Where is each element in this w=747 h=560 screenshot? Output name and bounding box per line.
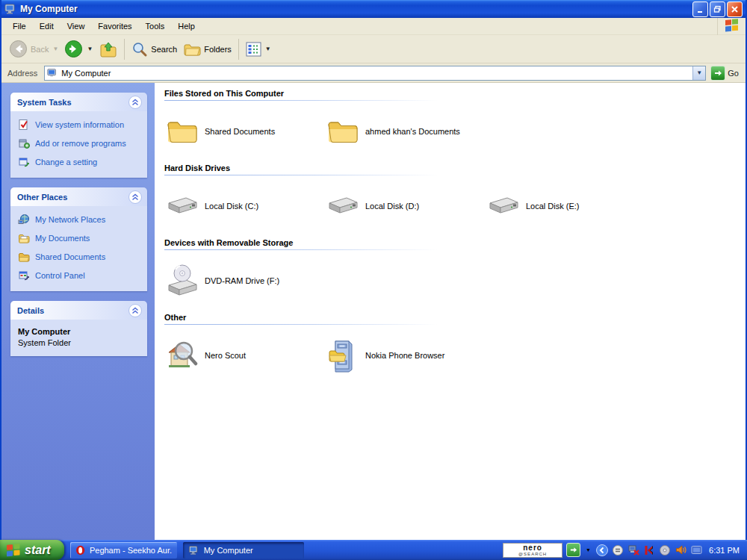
change-setting-icon	[18, 156, 30, 168]
item-nero-scout[interactable]: Nero Scout	[164, 336, 325, 375]
task-label: My Computer	[204, 546, 253, 555]
sidebar-item-my-network-places[interactable]: My Network Places	[18, 214, 143, 225]
views-button[interactable]: ▼	[243, 40, 274, 59]
section-title: Hard Disk Drives	[164, 164, 746, 172]
menu-view[interactable]: View	[61, 19, 92, 33]
section-title: Devices with Removable Storage	[164, 238, 746, 247]
my-computer-icon	[188, 545, 199, 556]
display-settings-tray-icon[interactable]	[690, 544, 702, 556]
messenger-tray-icon[interactable]	[612, 544, 624, 556]
hide-tray-icons-button[interactable]	[596, 544, 608, 556]
nero-search-bar[interactable]: nero @SEARCH	[503, 543, 562, 558]
address-input[interactable]: My Computer ▼	[44, 66, 706, 81]
taskbar-task-pegham[interactable]: Pegham - Seekho Aur...	[70, 542, 177, 559]
forward-button[interactable]: ▼	[61, 37, 96, 60]
item-label: ahmed khan's Documents	[365, 127, 460, 136]
other-places-body: My Network Places My Documents	[10, 206, 147, 291]
item-label: Local Disk (C:)	[205, 202, 258, 211]
item-nokia-phone-browser[interactable]: Nokia Phone Browser	[325, 336, 486, 375]
folder-view: Files Stored on This Computer Shared Doc…	[155, 83, 746, 540]
collapse-button[interactable]	[128, 304, 142, 317]
kaspersky-tray-icon[interactable]	[643, 544, 655, 556]
restore-button[interactable]	[710, 1, 725, 17]
forward-dropdown-icon[interactable]: ▼	[87, 46, 93, 52]
collapse-button[interactable]	[128, 96, 142, 109]
other-places-header[interactable]: Other Places	[10, 187, 147, 206]
item-local-disk-d[interactable]: Local Disk (D:)	[325, 187, 486, 225]
item-local-disk-e[interactable]: Local Disk (E:)	[486, 187, 646, 225]
sidebar-item-view-system-information[interactable]: View system information	[18, 119, 143, 131]
go-arrow-icon	[569, 546, 577, 554]
sidebar-item-add-remove-programs[interactable]: Add or remove programs	[18, 137, 143, 149]
up-folder-icon	[99, 40, 117, 58]
go-label[interactable]: Go	[728, 69, 743, 78]
item-shared-documents[interactable]: Shared Documents	[164, 112, 325, 151]
hard-disk-icon	[326, 195, 360, 217]
sidebar-item-shared-documents[interactable]: Shared Documents	[18, 251, 143, 263]
title-bar: My Computer	[1, 0, 746, 18]
window-title: My Computer	[20, 4, 691, 14]
nero-tray-icon[interactable]	[659, 544, 671, 556]
taskbar-task-my-computer[interactable]: My Computer	[183, 542, 304, 559]
sidebar-link: Change a setting	[35, 158, 97, 167]
nero-search-sublabel: @SEARCH	[518, 552, 547, 557]
menu-file[interactable]: File	[6, 19, 33, 33]
sidebar-link: Shared Documents	[35, 252, 105, 261]
back-button[interactable]: Back ▼	[6, 37, 61, 60]
section-divider	[164, 324, 438, 325]
system-tasks-header[interactable]: System Tasks	[10, 93, 147, 111]
menu-favorites[interactable]: Favorites	[91, 19, 138, 33]
sidebar-item-control-panel[interactable]: Control Panel	[18, 270, 143, 281]
panel-title: Other Places	[17, 193, 67, 202]
back-dropdown-icon[interactable]: ▼	[52, 46, 58, 52]
device-status-tray-icon[interactable]	[627, 544, 639, 556]
minimize-icon	[696, 5, 704, 13]
content: System Tasks View system information	[1, 83, 746, 540]
chevron-up-icon	[131, 99, 139, 106]
chevron-up-icon	[131, 193, 139, 201]
back-label: Back	[31, 45, 49, 54]
item-local-disk-c[interactable]: Local Disk (C:)	[164, 187, 325, 225]
collapse-button[interactable]	[128, 190, 142, 204]
display-icon	[691, 545, 702, 556]
search-icon	[131, 41, 148, 57]
minimize-button[interactable]	[692, 1, 708, 17]
item-dvd-ram-drive-f[interactable]: DVD-RAM Drive (F:)	[164, 261, 325, 300]
nero-search-go-button[interactable]	[566, 543, 580, 557]
go-arrow-icon	[713, 69, 722, 78]
folders-button[interactable]: Folders	[180, 39, 235, 60]
section-other: Other	[164, 313, 746, 375]
my-documents-icon	[18, 232, 30, 244]
item-ahmed-khans-documents[interactable]: ahmed khan's Documents	[325, 112, 486, 151]
system-tasks-body: View system information Add or remove pr…	[10, 111, 147, 178]
close-button[interactable]	[727, 1, 743, 17]
taskbar: start Pegham - Seekho Aur... My Computer…	[0, 540, 747, 560]
section-removable-storage: Devices with Removable Storage	[164, 238, 746, 300]
sidebar-item-change-a-setting[interactable]: Change a setting	[18, 156, 143, 168]
go-button[interactable]	[710, 66, 725, 81]
views-dropdown-icon[interactable]: ▼	[265, 46, 271, 52]
speaker-icon	[675, 544, 686, 556]
menu-edit[interactable]: Edit	[33, 19, 61, 33]
messenger-icon	[613, 545, 623, 556]
item-label: Local Disk (E:)	[526, 202, 580, 211]
start-button[interactable]: start	[0, 540, 64, 560]
up-button[interactable]	[96, 38, 120, 60]
item-label: Nokia Phone Browser	[365, 351, 444, 360]
taskbar-clock[interactable]: 6:31 PM	[709, 546, 740, 555]
sidebar-item-my-documents[interactable]: My Documents	[18, 232, 143, 244]
close-icon	[731, 5, 739, 13]
volume-tray-icon[interactable]	[675, 544, 686, 556]
address-dropdown-button[interactable]: ▼	[692, 66, 705, 80]
deskband-dropdown-icon[interactable]: ▼	[586, 547, 591, 553]
menu-tools[interactable]: Tools	[139, 19, 172, 33]
my-computer-icon	[4, 3, 16, 15]
nero-scout-icon	[166, 339, 199, 372]
panel-title: Details	[17, 306, 44, 315]
details-header[interactable]: Details	[10, 301, 147, 320]
windows-flag-icon	[6, 543, 21, 558]
search-button[interactable]: Search	[128, 39, 180, 60]
menu-help[interactable]: Help	[171, 19, 202, 33]
control-panel-icon	[18, 270, 30, 281]
views-icon	[246, 42, 261, 57]
